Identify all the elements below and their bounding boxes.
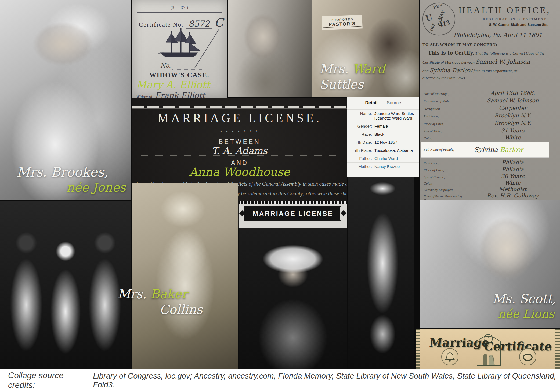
- scott-maiden-name: née Lions: [454, 307, 556, 321]
- bride-surname-green: Barlow: [500, 146, 523, 153]
- state-laws-line: directed by the State Laws.: [422, 76, 558, 80]
- doc-row-age-female: Age of Female, 36 Years: [424, 173, 556, 179]
- doc-row-residence-male: Residence, Brooklyn N.Y.: [424, 112, 556, 119]
- row-label: rth Place:: [347, 148, 372, 153]
- lace-border-right: [555, 329, 560, 369]
- record-row-birth-date: irth Date: 12 Nov 1857: [347, 138, 419, 146]
- registration-department: REGISTRATION DEPARTMENT.: [474, 17, 557, 21]
- row-value: 12 Nov 1857: [374, 140, 397, 145]
- highlighted-female-name-row: Full Name of Female, Sylvina Barlow: [421, 142, 549, 157]
- doc-row-color-male: Color, White: [424, 134, 556, 141]
- brookes-maiden-name: née Jones: [17, 180, 129, 195]
- doc-row-date-of-marriage: Date of Marriage, April 13th 1868.: [424, 90, 556, 96]
- wedding-scene-engraving: [474, 331, 503, 366]
- row-label: Full Name of Female,: [424, 148, 467, 152]
- source-credits-caption: Collage source credits: Library of Congr…: [0, 369, 560, 392]
- suttles-maiden-name: Ward: [352, 62, 385, 76]
- row-label: irth Date:: [347, 140, 372, 145]
- row-value-handwriting: Carpenter: [469, 105, 556, 111]
- health-office-certificate: PEN U MAY 8 189 OFF 413 HEALTH OFFICE, R…: [420, 0, 560, 200]
- stamp-text: U: [424, 12, 433, 23]
- record-detail-panel: Detail Source Name: Jeanette Ward Suttle…: [347, 97, 419, 177]
- tab-detail[interactable]: Detail: [365, 100, 377, 107]
- photo-three-bridesmaids: [0, 201, 131, 369]
- record-row-race: Race: Black: [347, 130, 419, 138]
- row-label: Gender:: [347, 124, 372, 128]
- marriage-license-banner: MARRIAGE LICENSE: [239, 201, 347, 228]
- form-number: (3—237.): [132, 5, 227, 10]
- photo-standing-bride: [348, 177, 414, 369]
- doc-row-color-female: Color, White: [424, 179, 556, 186]
- doc-row-officiant: Name of Person Pronouncing Ceremony Rev.…: [424, 192, 556, 200]
- ring-medallion: [519, 348, 536, 365]
- ring-icon: [520, 349, 536, 365]
- dotted-line: [140, 179, 339, 179]
- no-blank-line: [172, 69, 202, 70]
- row-value-handwriting: White: [469, 179, 556, 186]
- static-text: filed in this Department, as: [472, 69, 518, 73]
- row-label: Place of Birth,: [424, 168, 469, 172]
- row-value-handwriting: Philad'a: [469, 159, 556, 166]
- doc-row-residence-female: Residence, Philad'a: [424, 159, 556, 166]
- certify-line: This is to Certify, That the following i…: [428, 50, 558, 56]
- bead-border: [239, 201, 347, 204]
- dateline-handwriting: Philadelphia, Pa. April 11 1891: [441, 32, 555, 38]
- photo-elder-woman: [228, 0, 312, 97]
- record-row-mother: Mother: Nancy Brazee: [347, 162, 419, 170]
- row-label: Ceremony Employed,: [424, 188, 469, 192]
- husband-name-handwriting: Frank Elliott: [155, 91, 205, 98]
- row-label: Name of Person Pronouncing Ceremony: [424, 195, 469, 200]
- credits-prefix: Collage source credits:: [8, 371, 89, 390]
- mother-link[interactable]: Nancy Brazee: [374, 164, 400, 169]
- groom-handwriting: Samuel W. Johnson: [475, 59, 530, 65]
- marriage-between-line: Certificate of Marriage between Samuel W…: [422, 59, 558, 65]
- row-label: Mother:: [347, 164, 372, 169]
- credits-text: Library of Congress, loc.gov; Ancestry, …: [93, 372, 560, 389]
- row-value-handwriting: White: [469, 134, 556, 141]
- bride-first-name: Sylvina: [474, 146, 500, 153]
- static-text: and: [422, 69, 429, 73]
- bride-handwriting: Sylvina Barlow: [429, 67, 472, 74]
- row-label: Full name of Male,: [424, 99, 469, 103]
- bell-medallion: [441, 348, 458, 365]
- certify-rest: That the following is a Correct Copy of …: [474, 51, 545, 55]
- widows-case-title: WIDOW'S CASE.: [132, 71, 227, 79]
- baker-prefix: Mrs.: [118, 287, 150, 301]
- wedding-records-collage: PROPOSED PASTOR'S (3—237.) Certificate N…: [0, 0, 560, 392]
- row-value-handwriting: Philad'a: [469, 166, 556, 172]
- photo-bride-baker-collins: [132, 183, 238, 369]
- doc-row-birthplace-female: Place of Birth, Philad'a: [424, 166, 556, 172]
- certify-lead: This is to Certify,: [428, 50, 474, 56]
- row-label: Residence,: [424, 114, 469, 118]
- bride-name-highlighted: Sylvina Barlow: [467, 146, 547, 153]
- row-value-handwriting: Rev. H.R. Galloway: [469, 192, 556, 199]
- bride-name-handwriting: Anna Woodhouse: [132, 165, 347, 179]
- salutation: TO ALL WHOM IT MAY CONCERN:: [422, 42, 497, 47]
- doc-row-male-name: Full name of Male, Samuel W. Johnson: [424, 97, 556, 104]
- row-value-handwriting: Samuel W. Johnson: [469, 97, 556, 104]
- father-link[interactable]: Charlie Ward: [374, 156, 398, 161]
- scott-married-name: Ms. Scott,: [492, 292, 556, 306]
- row-value-handwriting: 31 Years: [469, 127, 556, 134]
- row-label: Occupation,: [424, 107, 469, 111]
- row-label: Residence,: [424, 161, 469, 165]
- row-value-handwriting: 36 Years: [469, 173, 556, 179]
- row-label: Place of Birth,: [424, 122, 469, 126]
- row-label: Date of Marriage,: [424, 92, 469, 96]
- scroll-ornament-right: [341, 210, 347, 217]
- tab-source[interactable]: Source: [387, 100, 401, 107]
- record-row-name: Name: Jeanette Ward Suttles [Jeanette Wa…: [347, 109, 419, 122]
- baker-maiden-name: Baker: [150, 287, 187, 301]
- suttles-surname: Suttles: [320, 77, 416, 92]
- record-row-father: Father: Charlie Ward: [347, 154, 419, 162]
- row-value-handwriting: Methodist: [469, 186, 556, 192]
- marriage-license-title: MARRIAGE LICENSE.: [132, 111, 347, 125]
- star-ornament: * * * * * * *: [132, 129, 347, 134]
- pastors-sign: PROPOSED PASTOR'S: [322, 15, 363, 30]
- widow-of-label: Widow of: [136, 94, 152, 98]
- banner-text: MARRIAGE LICENSE: [245, 207, 340, 220]
- photo-woman-wide-hat: [239, 228, 347, 369]
- record-row-birth-place: rth Place: Tuscaloosa, Alabama: [347, 146, 419, 154]
- groom-name-handwriting: T. A. Adams: [132, 145, 347, 156]
- brookes-married-name: Mrs. Brookes,: [17, 164, 108, 179]
